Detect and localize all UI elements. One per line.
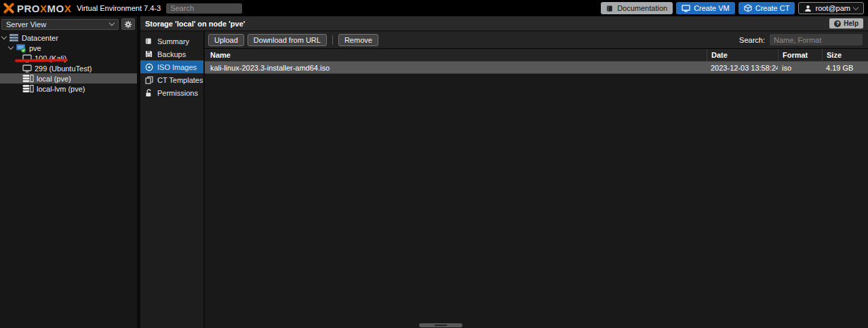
menu-item-label: Backups (157, 50, 186, 58)
user-icon (804, 5, 812, 12)
menu-item-summary[interactable]: Summary (140, 35, 203, 48)
storage-icon (22, 84, 34, 93)
global-search-input[interactable] (166, 3, 242, 14)
datacenter-icon (9, 33, 19, 42)
book-icon (606, 5, 614, 12)
tree-item-label: Datacenter (22, 34, 58, 42)
vm-icon (22, 54, 32, 62)
download-from-url-button[interactable]: Download from URL (248, 34, 327, 46)
resource-tree: Datacenter pve 100 (Kali) 299 (Ubun (0, 33, 137, 94)
wordmark-seg: X (64, 3, 72, 14)
monitor-icon (682, 5, 690, 12)
resource-tree-sidebar: Server View Datacenter (0, 16, 140, 328)
remove-button[interactable]: Remove (338, 34, 378, 46)
gear-icon (124, 20, 132, 29)
tree-item-label: 299 (UbuntuTest) (35, 65, 92, 73)
menu-item-label: CT Templates (157, 76, 203, 84)
column-header-format[interactable]: Format (778, 49, 822, 61)
chevron-down-icon (109, 20, 115, 26)
book-icon (144, 37, 153, 45)
tree-item-label: local (pve) (37, 75, 71, 83)
toolbar-search-group: Search: (739, 34, 865, 45)
content-toolbar: Upload Download from URL Remove Search: (205, 31, 868, 49)
upload-button[interactable]: Upload (208, 34, 244, 46)
expander-icon[interactable] (1, 34, 7, 39)
create-ct-label: Create CT (755, 4, 790, 12)
question-mark-icon: ? (834, 20, 841, 27)
create-vm-label: Create VM (694, 4, 730, 12)
cell-name: kali-linux-2023.3-installer-amd64.iso (205, 62, 707, 73)
menu-item-backups[interactable]: Backups (140, 48, 203, 60)
storage-icon (22, 74, 34, 83)
menu-item-label: Permissions (157, 89, 198, 97)
version-label: Virtual Environment 7.4-3 (77, 4, 161, 12)
menu-item-iso-images[interactable]: ISO Images (140, 60, 203, 73)
tree-item-label: local-lvm (pve) (37, 85, 85, 93)
lock-icon (144, 89, 153, 97)
tree-item-label: pve (29, 44, 41, 52)
menu-item-permissions[interactable]: Permissions (140, 86, 203, 99)
main-area: Server View Datacenter (0, 16, 868, 328)
table-row[interactable]: kali-linux-2023.3-installer-amd64.iso 20… (205, 62, 868, 74)
tree-item-pve[interactable]: pve (0, 43, 137, 53)
create-ct-button[interactable]: Create CT (738, 2, 795, 14)
user-menu-button[interactable]: root@pam (798, 2, 864, 14)
vm-icon (22, 65, 32, 73)
menu-item-ct-templates[interactable]: CT Templates (140, 73, 203, 86)
create-vm-button[interactable]: Create VM (676, 2, 735, 14)
storage-panel: Storage 'local' on node 'pve' ? Help Sum… (140, 16, 868, 328)
table-header-row: Name Date Format Size (205, 49, 868, 62)
tree-item-label: 100 (Kali) (35, 54, 66, 62)
cell-size: 4.19 GB (822, 62, 868, 73)
sidebar-header: Server View (0, 16, 137, 30)
floppy-icon (144, 50, 153, 58)
search-label: Search: (739, 36, 765, 44)
view-selector-label: Server View (6, 20, 46, 29)
chevron-down-icon (853, 4, 859, 10)
disc-icon (144, 63, 153, 71)
tree-item-datacenter[interactable]: Datacenter (0, 33, 137, 43)
panel-body: Summary Backups ISO Images (140, 31, 868, 328)
copy-icon (144, 76, 153, 84)
storage-menu: Summary Backups ISO Images (140, 31, 205, 328)
user-label: root@pam (815, 4, 850, 12)
tree-item-vm-299[interactable]: 299 (UbuntuTest) (0, 63, 137, 73)
column-header-name[interactable]: Name (205, 49, 707, 61)
help-label: Help (844, 20, 859, 27)
node-icon (16, 43, 26, 53)
column-header-date[interactable]: Date (707, 49, 778, 61)
tree-item-storage-local-lvm[interactable]: local-lvm (pve) (0, 84, 137, 94)
cell-format: iso (778, 62, 822, 73)
cell-date: 2023-12-03 13:58:24 (707, 62, 778, 73)
panel-title-bar: Storage 'local' on node 'pve' ? Help (140, 16, 868, 31)
menu-item-label: Summary (157, 37, 189, 45)
tree-item-vm-100[interactable]: 100 (Kali) (0, 53, 137, 63)
cube-icon (744, 4, 752, 12)
wordmark-seg: MO (47, 3, 64, 14)
proxmox-x-logo-icon (3, 3, 15, 14)
column-header-size[interactable]: Size (822, 49, 868, 61)
tree-settings-button[interactable] (121, 18, 135, 30)
help-button[interactable]: ? Help (829, 18, 863, 29)
proxmox-logo: PRO X MO X (3, 3, 71, 14)
proxmox-wordmark: PRO X MO X (17, 3, 71, 14)
wordmark-seg: X (40, 3, 47, 14)
menu-item-label: ISO Images (157, 63, 197, 71)
topbar-actions: Documentation Create VM Create CT root@p… (601, 2, 865, 14)
tree-item-storage-local[interactable]: local (pve) (0, 73, 137, 84)
documentation-button[interactable]: Documentation (601, 2, 673, 14)
expander-icon[interactable] (8, 44, 14, 50)
iso-images-content: Upload Download from URL Remove Search: … (205, 31, 868, 328)
horizontal-scrollbar-thumb[interactable] (419, 323, 462, 327)
view-selector-dropdown[interactable]: Server View (1, 19, 119, 30)
wordmark-seg: PRO (17, 3, 40, 14)
panel-title: Storage 'local' on node 'pve' (145, 20, 245, 28)
toolbar-separator (332, 35, 333, 45)
iso-search-input[interactable] (770, 34, 863, 45)
top-header-bar: PRO X MO X Virtual Environment 7.4-3 Doc… (0, 0, 868, 16)
documentation-label: Documentation (617, 4, 667, 12)
